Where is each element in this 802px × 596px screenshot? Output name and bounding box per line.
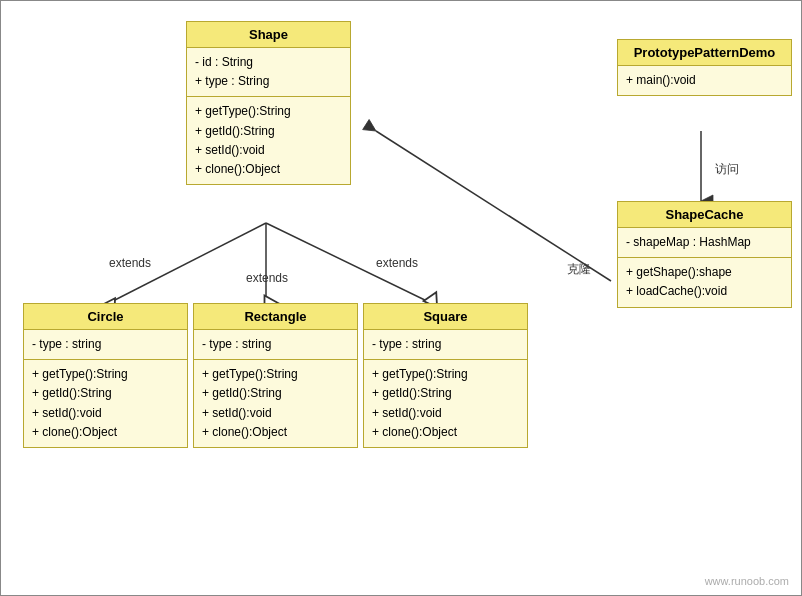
prototype-pattern-demo-title: PrototypePatternDemo <box>618 40 791 66</box>
shape-title: Shape <box>187 22 350 48</box>
circle-method-3: + setId():void <box>32 404 179 423</box>
square-method-4: + clone():Object <box>372 423 519 442</box>
rectangle-title: Rectangle <box>194 304 357 330</box>
square-methods: + getType():String + getId():String + se… <box>364 360 527 447</box>
square-attributes: - type : string <box>364 330 527 360</box>
shape-cache-title: ShapeCache <box>618 202 791 228</box>
circle-attributes: - type : string <box>24 330 187 360</box>
diagram-container: Shape - id : String + type : String + ge… <box>0 0 802 596</box>
shape-cache-methods: + getShape():shape + loadCache():void <box>618 258 791 306</box>
rectangle-methods: + getType():String + getId():String + se… <box>194 360 357 447</box>
square-class: Square - type : string + getType():Strin… <box>363 303 528 448</box>
shape-attr-1: - id : String <box>195 53 342 72</box>
circle-method-1: + getType():String <box>32 365 179 384</box>
square-method-3: + setId():void <box>372 404 519 423</box>
rectangle-method-4: + clone():Object <box>202 423 349 442</box>
shape-methods: + getType():String + getId():String + se… <box>187 97 350 184</box>
prototype-pattern-demo-methods: + main():void <box>618 66 791 95</box>
circle-method-2: + getId():String <box>32 384 179 403</box>
visit-label: 访问 <box>715 161 739 178</box>
shape-attributes: - id : String + type : String <box>187 48 350 97</box>
circle-attr-1: - type : string <box>32 335 179 354</box>
shape-method-2: + getId():String <box>195 122 342 141</box>
shape-class: Shape - id : String + type : String + ge… <box>186 21 351 185</box>
rectangle-method-3: + setId():void <box>202 404 349 423</box>
extends-label-3: extends <box>376 256 418 270</box>
extends-label-2: extends <box>246 271 288 285</box>
shape-method-1: + getType():String <box>195 102 342 121</box>
shape-method-4: + clone():Object <box>195 160 342 179</box>
shape-attr-2: + type : String <box>195 72 342 91</box>
square-attr-1: - type : string <box>372 335 519 354</box>
rectangle-class: Rectangle - type : string + getType():St… <box>193 303 358 448</box>
circle-methods: + getType():String + getId():String + se… <box>24 360 187 447</box>
shape-cache-method-1: + getShape():shape <box>626 263 783 282</box>
prototype-pattern-demo-method-1: + main():void <box>626 71 783 90</box>
circle-method-4: + clone():Object <box>32 423 179 442</box>
shape-cache-attr-1: - shapeMap : HashMap <box>626 233 783 252</box>
shape-cache-attributes: - shapeMap : HashMap <box>618 228 791 258</box>
square-method-2: + getId():String <box>372 384 519 403</box>
watermark: www.runoob.com <box>705 575 789 587</box>
shape-method-3: + setId():void <box>195 141 342 160</box>
circle-title: Circle <box>24 304 187 330</box>
extends-label-1: extends <box>109 256 151 270</box>
shape-cache-class: ShapeCache - shapeMap : HashMap + getSha… <box>617 201 792 308</box>
circle-class: Circle - type : string + getType():Strin… <box>23 303 188 448</box>
shape-cache-method-2: + loadCache():void <box>626 282 783 301</box>
prototype-pattern-demo-class: PrototypePatternDemo + main():void <box>617 39 792 96</box>
square-title: Square <box>364 304 527 330</box>
rectangle-attributes: - type : string <box>194 330 357 360</box>
rectangle-method-1: + getType():String <box>202 365 349 384</box>
rectangle-method-2: + getId():String <box>202 384 349 403</box>
rectangle-attr-1: - type : string <box>202 335 349 354</box>
square-method-1: + getType():String <box>372 365 519 384</box>
clone-label: 克隆 <box>567 261 591 278</box>
